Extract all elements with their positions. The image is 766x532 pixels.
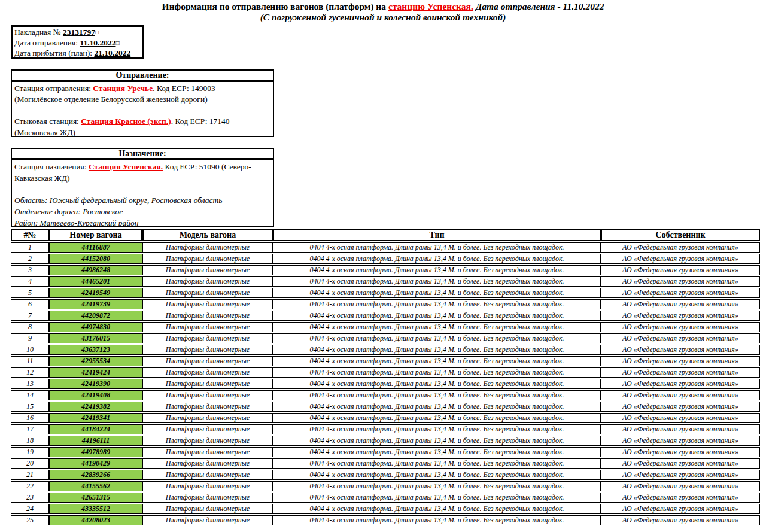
wagon-number-cell: 44196111 (49, 436, 142, 446)
wagon-type-cell: 0404 4-х осная платформа. Длина рамы 13,… (273, 470, 601, 480)
wagon-model-cell: Платформы длинномерные (142, 288, 273, 298)
destination-station-label: Станция назначения: (14, 162, 89, 171)
waybill-number-line: Накладная № 23131797□ (14, 28, 140, 38)
wagon-type-cell: 0404 4-х осная платформа. Длина рамы 13,… (273, 345, 601, 355)
destination-section-header: Назначение: (11, 148, 274, 159)
wagon-model-cell: Платформы длинномерные (142, 493, 273, 503)
wagon-number-cell: 42419408 (49, 390, 142, 400)
wagon-number-cell: 44184224 (49, 424, 142, 434)
wagon-type-cell: 0404 4-х осная платформа. Длина рамы 13,… (273, 504, 601, 514)
departure-station-link[interactable]: Станция Уречье (93, 84, 153, 93)
wagon-number-cell: 44208023 (49, 515, 142, 525)
row-index-cell: 19 (11, 447, 49, 457)
wagon-type-cell: 0404 4-х осная платформа. Длина рамы 13,… (273, 299, 601, 309)
wagon-type-cell: 0404 4-х осная платформа. Длина рамы 13,… (273, 436, 601, 446)
table-row: 844974830Платформы длинномерные0404 4-х … (11, 322, 760, 332)
wagon-model-cell: Платформы длинномерные (142, 379, 273, 389)
table-row: 542419549Платформы длинномерные0404 4-х … (11, 288, 760, 298)
row-index-cell: 13 (11, 379, 49, 389)
header-wagon-owner: Собственник (601, 229, 760, 241)
wagon-model-cell: Платформы длинномерные (142, 242, 273, 253)
spacer (14, 184, 270, 195)
junction-station-line: Стыковая станция: Станция Красное (эксп.… (14, 116, 270, 127)
wagon-number-cell: 44986248 (49, 265, 142, 275)
table-row: 1242419424Платформы длинномерные0404 4-х… (11, 367, 760, 378)
wagon-number-cell: 42651315 (49, 493, 142, 503)
wagon-type-cell: 0404 4-х осная платформа. Длина рамы 13,… (273, 288, 601, 298)
wagon-number-cell: 43176015 (49, 333, 142, 343)
row-index-cell: 12 (11, 367, 49, 378)
wagon-owner-cell: АО «Федеральная грузовая компания» (601, 367, 760, 378)
wagon-owner-cell: АО «Федеральная грузовая компания» (601, 242, 760, 253)
table-row: 1442419408Платформы длинномерные0404 4-х… (11, 390, 760, 400)
row-index-cell: 10 (11, 345, 49, 355)
wagon-number-cell: 42419739 (49, 299, 142, 309)
wagon-number-cell: 43637123 (49, 345, 142, 355)
wagon-number-cell: 42839266 (49, 470, 142, 480)
table-row: 2342651315Платформы длинномерные0404 4-х… (11, 493, 760, 503)
header-wagon-number: Номер вагона (49, 229, 142, 241)
arrival-date-label: Дата прибытия (план): (14, 48, 94, 57)
wagon-type-cell: 0404 4-х осная платформа. Длина рамы 13,… (273, 322, 601, 332)
table-row: 1844196111Платформы длинномерные0404 4-х… (11, 436, 760, 446)
departure-station-line: Станция отправления: Станция Уречье. Код… (14, 83, 270, 94)
wagon-number-cell: 44978989 (49, 447, 142, 457)
junction-station-link[interactable]: Станция Красное (эксп.) (81, 117, 171, 126)
wagon-model-cell: Платформы длинномерные (142, 458, 273, 469)
wagon-type-cell: 0404 4-х осная платформа. Длина рамы 13,… (273, 356, 601, 366)
waybill-number-value: 23131797 (63, 28, 95, 37)
row-index-cell: 5 (11, 288, 49, 298)
wagon-owner-cell: АО «Федеральная грузовая компания» (601, 504, 760, 514)
destination-region: Область: Южный федеральный округ, Ростов… (14, 195, 270, 206)
row-index-cell: 6 (11, 299, 49, 309)
departure-date-label: Дата отправления: (14, 38, 80, 47)
table-row: 642419739Платформы длинномерные0404 4-х … (11, 299, 760, 309)
destination-station-line: Станция назначения: Станция Успенская. К… (14, 162, 270, 184)
title-station-link[interactable]: станцию Успенская. (388, 1, 473, 11)
departure-station-label: Станция отправления: (14, 84, 93, 93)
row-index-cell: 8 (11, 322, 49, 332)
wagon-model-cell: Платформы длинномерные (142, 436, 273, 446)
wagon-owner-cell: АО «Федеральная грузовая компания» (601, 481, 760, 491)
page-title: Информация по отправлению вагонов (платф… (0, 1, 766, 12)
title-departure-date: Дата отправления - 11.10.2022 (473, 1, 604, 11)
row-index-cell: 18 (11, 436, 49, 446)
wagon-number-cell: 42419549 (49, 288, 142, 298)
header-wagon-model: Модель вагона (142, 229, 273, 241)
wagon-model-cell: Платформы длинномерные (142, 265, 273, 275)
wagon-number-cell: 44209872 (49, 311, 142, 321)
wagon-type-cell: 0404 4-х осная платформа. Длина рамы 13,… (273, 265, 601, 275)
table-row: 2244155562Платформы длинномерные0404 4-х… (11, 481, 760, 491)
wagon-model-cell: Платформы длинномерные (142, 356, 273, 366)
wagon-model-cell: Платформы длинномерные (142, 322, 273, 332)
table-row: 244152080Платформы длинномерные0404 4-х … (11, 254, 760, 264)
wagon-type-cell: 0404 4-х осная платформа. Длина рамы 13,… (273, 458, 601, 469)
row-index-cell: 23 (11, 493, 49, 503)
page-subtitle: (С погруженной гусеничной и колесной вои… (0, 12, 766, 23)
wagon-type-cell: 0404 4-х осная платформа. Длина рамы 13,… (273, 367, 601, 378)
departure-station-code: . Код ЕСР: 149003 (153, 84, 215, 93)
wagon-owner-cell: АО «Федеральная грузовая компания» (601, 470, 760, 480)
wagon-number-cell: 44190429 (49, 458, 142, 469)
wagon-type-cell: 0404 4-х осная платформа. Длина рамы 13,… (273, 311, 601, 321)
row-index-cell: 1 (11, 242, 49, 253)
departure-date-mark: □ (115, 39, 119, 46)
wagon-owner-cell: АО «Федеральная грузовая компания» (601, 276, 760, 287)
table-row: 744209872Платформы длинномерные0404 4-х … (11, 311, 760, 321)
table-row: 444465201Платформы длинномерные0404 4-х … (11, 276, 760, 287)
wagon-number-cell: 44974830 (49, 322, 142, 332)
destination-station-link[interactable]: Станция Успенская. (89, 162, 163, 171)
destination-district: Район: Матвеево-Курганский район (14, 218, 270, 229)
row-index-cell: 9 (11, 333, 49, 343)
arrival-date-value: 21.10.2022 (94, 48, 130, 57)
wagon-model-cell: Платформы длинномерные (142, 254, 273, 264)
row-index-cell: 22 (11, 481, 49, 491)
departure-station-note: (Могилёвское отделение Белорусской желез… (14, 94, 270, 105)
table-row: 1744184224Платформы длинномерные0404 4-х… (11, 424, 760, 434)
wagon-model-cell: Платформы длинномерные (142, 515, 273, 525)
row-index-cell: 21 (11, 470, 49, 480)
row-index-cell: 17 (11, 424, 49, 434)
destination-road-division: Отделение дороги: Ростовское (14, 206, 270, 218)
wagon-model-cell: Платформы длинномерные (142, 402, 273, 412)
wagon-owner-cell: АО «Федеральная грузовая компания» (601, 379, 760, 389)
